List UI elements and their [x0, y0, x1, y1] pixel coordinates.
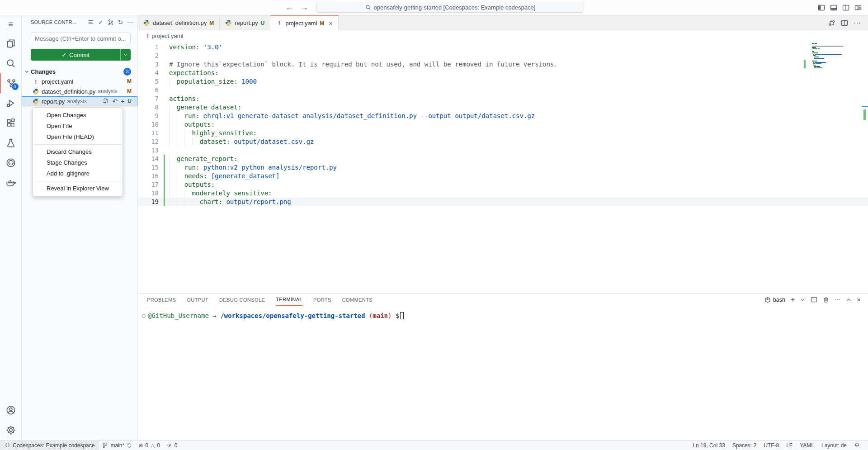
close-panel-icon[interactable]: × — [857, 296, 861, 303]
code-line-19[interactable]: 19chart: output/report.png — [138, 198, 868, 206]
commit-button[interactable]: ✓ Commit — [31, 49, 131, 61]
tab-report.py[interactable]: report.pyU — [220, 15, 270, 30]
toggle-sidebar-icon[interactable] — [818, 4, 825, 11]
panel-tab-terminal[interactable]: TERMINAL — [276, 294, 302, 306]
shell-selector[interactable]: bash — [764, 297, 785, 303]
code-line-5[interactable]: 5population_size: 1000 — [138, 77, 868, 86]
split-terminal-icon[interactable] — [811, 296, 817, 303]
source-control-icon[interactable]: 3 — [0, 73, 22, 93]
scm-file-project.yaml[interactable]: !project.yamlM — [22, 76, 137, 86]
command-center[interactable]: opensafely-getting-started [Codespaces: … — [316, 2, 584, 13]
panel-tab-output[interactable]: OUTPUT — [187, 294, 208, 306]
terminal[interactable]: @GitHub_Username → /workspaces/opensafel… — [138, 306, 868, 440]
code-line-8[interactable]: 8generate_dataset: — [138, 103, 868, 112]
menu-item-open-changes[interactable]: Open Changes — [33, 110, 123, 121]
code-line-3[interactable]: 3# Ignore this`expectation` block. It is… — [138, 60, 868, 69]
code-line-11[interactable]: 11highly_sensitive: — [138, 129, 868, 137]
stage-changes-icon[interactable]: + — [121, 98, 124, 105]
code-line-14[interactable]: 14generate_report: — [138, 155, 868, 163]
branch-indicator[interactable]: main* — [99, 441, 135, 450]
panel-tab-comments[interactable]: COMMENTS — [342, 294, 373, 306]
eol-indicator[interactable]: LF — [783, 442, 796, 449]
search-icon[interactable] — [0, 53, 22, 73]
menu-icon[interactable]: ≡ — [0, 15, 22, 33]
language-indicator[interactable]: YAML — [796, 442, 818, 449]
maximize-panel-icon[interactable] — [846, 297, 851, 303]
scm-graph-icon[interactable] — [107, 19, 114, 26]
code-line-16[interactable]: 16needs: [generate_dataset] — [138, 172, 868, 180]
tab-project.yaml[interactable]: !project.yamlM× — [270, 15, 339, 30]
menu-item-reveal-in-explorer-view[interactable]: Reveal in Explorer View — [33, 183, 123, 194]
changes-section-header[interactable]: Changes 3 — [22, 66, 137, 76]
split-editor-icon[interactable] — [841, 19, 848, 27]
refresh-icon[interactable]: ↻ — [118, 19, 123, 26]
code-line-12[interactable]: 12dataset: output/dataset.csv.gz — [138, 137, 868, 146]
commit-dropdown-icon[interactable] — [120, 49, 131, 61]
code-line-18[interactable]: 18moderately_sensitive: — [138, 189, 868, 198]
panel-tab-problems[interactable]: PROBLEMS — [147, 294, 176, 306]
code-line-17[interactable]: 17outputs: — [138, 180, 868, 189]
code-line-9[interactable]: 9run: ehrql:v1 generate-dataset analysis… — [138, 112, 868, 120]
run-debug-icon[interactable] — [0, 93, 22, 113]
testing-icon[interactable] — [0, 133, 22, 153]
code-line-4[interactable]: 4expectations: — [138, 69, 868, 77]
more-actions-icon[interactable]: ⋯ — [854, 19, 861, 27]
code-line-7[interactable]: 7actions: — [138, 95, 868, 103]
indentation-indicator[interactable]: Spaces: 2 — [729, 442, 760, 449]
commit-message-input[interactable] — [31, 33, 131, 44]
open-changes-icon[interactable] — [828, 19, 835, 27]
scm-file-dataset_definition.py[interactable]: dataset_definition.pyanalysisM — [22, 86, 137, 96]
forward-icon[interactable]: → — [301, 3, 308, 12]
scm-file-report.py[interactable]: report.pyanalysis↶+U — [22, 96, 137, 106]
scrollbar[interactable] — [862, 42, 868, 293]
menu-item-discard-changes[interactable]: Discard Changes — [33, 147, 123, 157]
ports-indicator[interactable]: 0 — [163, 441, 181, 450]
extensions-icon[interactable] — [0, 113, 22, 133]
menu-item-open-file-head-[interactable]: Open File (HEAD) — [33, 132, 123, 142]
git-status-M: M — [209, 20, 214, 26]
remote-indicator[interactable]: Codespaces: Example codespace — [0, 441, 99, 450]
open-file-icon[interactable] — [103, 98, 109, 104]
cursor-position[interactable]: Ln 19, Col 33 — [689, 442, 728, 449]
menu-item-add-to-gitignore[interactable]: Add to .gitignore — [33, 168, 123, 179]
encoding-indicator[interactable]: UTF-8 — [760, 442, 783, 449]
close-tab-icon[interactable]: × — [329, 19, 333, 27]
code-line-6[interactable]: 6 — [138, 86, 868, 95]
tab-dataset_definition.py[interactable]: dataset_definition.pyM — [138, 15, 220, 30]
terminal-dropdown-icon[interactable] — [800, 297, 805, 302]
editor[interactable]: 1version: '3.0'23# Ignore this`expectati… — [138, 42, 868, 293]
panel-more-icon[interactable]: ⋯ — [835, 296, 840, 303]
docker-icon[interactable] — [0, 173, 22, 193]
settings-gear-icon[interactable] — [0, 420, 22, 440]
notifications-bell-icon[interactable] — [850, 442, 863, 448]
more-actions-icon[interactable]: ⋯ — [127, 19, 133, 26]
commit-check-icon[interactable]: ✓ — [98, 19, 103, 26]
code-line-15[interactable]: 15run: python:v2 python analysis/report.… — [138, 163, 868, 172]
panel-tab-ports[interactable]: PORTS — [313, 294, 331, 306]
github-icon[interactable] — [0, 153, 22, 173]
menu-item-open-file[interactable]: Open File — [33, 121, 123, 132]
minimap[interactable] — [803, 43, 861, 68]
layout-indicator[interactable]: Layout: de — [818, 442, 850, 449]
shell-label: bash — [773, 297, 785, 303]
toggle-panel-icon[interactable] — [830, 4, 837, 11]
python-icon — [33, 88, 39, 95]
split-editor-icon[interactable] — [842, 4, 849, 11]
menu-item-stage-changes[interactable]: Stage Changes — [33, 157, 123, 168]
customize-layout-icon[interactable] — [854, 4, 862, 11]
back-icon[interactable]: ← — [286, 3, 293, 12]
code-line-1[interactable]: 1version: '3.0' — [138, 43, 868, 52]
kill-terminal-trash-icon[interactable] — [823, 297, 829, 303]
panel-tab-debug-console[interactable]: DEBUG CONSOLE — [219, 294, 265, 306]
view-sort-icon[interactable] — [88, 19, 94, 25]
account-icon[interactable] — [0, 400, 22, 420]
problems-indicator[interactable]: ⊗ 0 △ 0 — [135, 441, 163, 450]
line-number: 18 — [138, 189, 159, 198]
new-terminal-icon[interactable]: + — [791, 296, 795, 304]
code-line-2[interactable]: 2 — [138, 52, 868, 60]
discard-changes-icon[interactable]: ↶ — [112, 98, 118, 105]
code-line-13[interactable]: 13 — [138, 146, 868, 155]
code-line-10[interactable]: 10outputs: — [138, 120, 868, 129]
explorer-icon[interactable] — [0, 33, 22, 53]
breadcrumb[interactable]: ! project.yaml — [138, 30, 868, 42]
